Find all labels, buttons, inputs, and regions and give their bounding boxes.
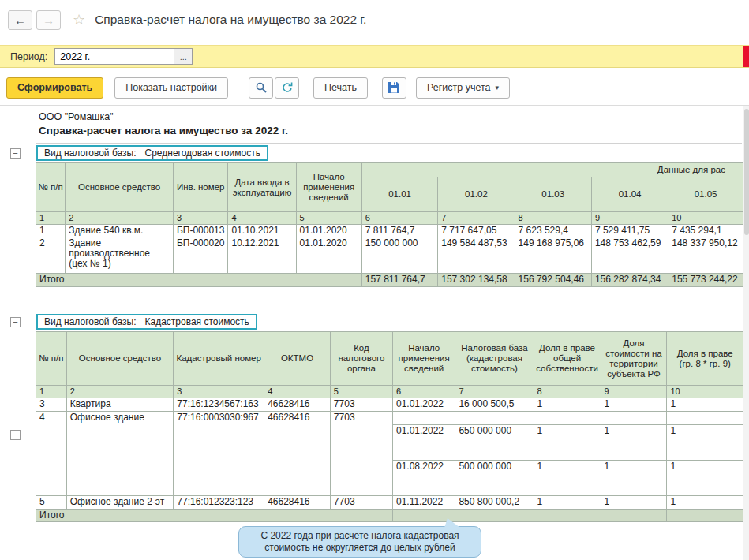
column-header: Доля в праве общей собственности bbox=[534, 332, 601, 386]
forward-arrow-icon: → bbox=[43, 13, 54, 27]
table-cell: Офисное здание bbox=[66, 412, 174, 496]
table-cell: 46628416 bbox=[264, 496, 331, 510]
table-cell: 16 000 500,5 bbox=[455, 398, 534, 412]
table-cell: 2 bbox=[66, 212, 174, 225]
table-cell: 7 811 764,7 bbox=[361, 225, 437, 237]
collapse-row-group-button[interactable]: − bbox=[10, 430, 21, 440]
table-cell: 155 773 244,22 bbox=[668, 274, 743, 287]
period-bar-edge bbox=[743, 46, 749, 67]
favorite-star-icon[interactable]: ☆ bbox=[73, 11, 85, 28]
table-cell: 1 bbox=[534, 425, 601, 461]
search-icon bbox=[255, 81, 268, 94]
column-header: Доля в праве (гр. 8 * гр. 9) bbox=[667, 332, 743, 386]
column-header: № п/п bbox=[36, 163, 66, 212]
table-cell: 1 bbox=[601, 425, 667, 461]
back-arrow-icon: ← bbox=[14, 13, 26, 27]
table-cell bbox=[534, 510, 601, 522]
table-cell: 7 bbox=[438, 212, 515, 225]
column-numbers-row: 1 2 3 4 5 6 7 8 9 10 bbox=[36, 386, 743, 398]
table-cell bbox=[667, 412, 743, 425]
table-cell: 2 bbox=[36, 237, 66, 274]
column-header: Начало применения сведений bbox=[296, 163, 361, 212]
table-cell: 2 bbox=[66, 386, 174, 398]
table-cell: 01.11.2022 bbox=[392, 496, 455, 510]
table-cell: 01.01.2022 bbox=[392, 398, 455, 412]
section-2-base-type[interactable]: Вид налоговой базы: Кадастровая стоимост… bbox=[36, 314, 257, 330]
period-picker-button[interactable]: ... bbox=[174, 48, 193, 65]
table-cell: 9 bbox=[591, 212, 668, 225]
report-title: Справка-расчет налога на имущество за 20… bbox=[39, 125, 288, 136]
column-header: 01.02 bbox=[438, 177, 515, 212]
table-cell: 148 753 462,59 bbox=[591, 237, 668, 274]
period-input-wrap: ... bbox=[54, 48, 193, 65]
refresh-icon bbox=[281, 81, 294, 94]
table-cell: Офисное здание 2-эт bbox=[66, 496, 174, 510]
table-cell: Здание 540 кв.м. bbox=[66, 225, 174, 237]
table-cell: 7 717 647,05 bbox=[438, 225, 515, 237]
total-row: Итого 157 811 764,7 157 302 134,58 156 7… bbox=[36, 274, 743, 287]
collapse-icon: − bbox=[13, 317, 17, 327]
column-header: Инв. номер bbox=[173, 163, 228, 212]
column-header: 01.03 bbox=[515, 177, 591, 212]
table-cell: 156 792 504,46 bbox=[515, 274, 591, 287]
generate-button-label: Сформировать bbox=[17, 82, 92, 93]
table-cell: 7 529 411,75 bbox=[591, 225, 668, 237]
table-cell: 150 000 000 bbox=[361, 237, 437, 274]
vertical-scrollbar[interactable] bbox=[743, 106, 749, 560]
table-cell: 10 bbox=[667, 386, 743, 398]
table-cell: 3 bbox=[36, 398, 67, 412]
table-cell: 01.01.2022 bbox=[392, 425, 455, 461]
table-cell: БП-000020 bbox=[173, 237, 228, 274]
back-button[interactable]: ← bbox=[8, 10, 32, 30]
table-cell: 01.10.2021 bbox=[228, 225, 296, 237]
save-button[interactable] bbox=[382, 77, 406, 99]
table-cell: 7703 bbox=[330, 496, 392, 510]
base-type-value: Среднегодовая стоимость bbox=[145, 147, 260, 159]
table-cell: 156 282 874,34 bbox=[591, 274, 668, 287]
table-cell bbox=[455, 412, 534, 425]
chevron-down-icon: ▾ bbox=[496, 84, 500, 91]
column-header: Дата ввода в эксплуатацию bbox=[228, 163, 296, 212]
collapse-group-1-button[interactable]: − bbox=[10, 148, 21, 159]
table-cell: БП-000013 bbox=[173, 225, 228, 237]
table-cell: 7 623 529,4 bbox=[515, 225, 591, 237]
period-input[interactable] bbox=[54, 48, 174, 65]
table-cell: 01.08.2022 bbox=[392, 461, 455, 496]
table-cell: 7 435 294,1 bbox=[668, 225, 743, 237]
column-header: Код налогового органа bbox=[330, 332, 392, 386]
scrollbar-thumb[interactable] bbox=[744, 109, 749, 235]
register-dropdown-button[interactable]: Регистр учета ▾ bbox=[416, 77, 510, 99]
table-cell: 10 bbox=[668, 212, 743, 225]
column-header: Налоговая база (кадастровая стоимость) bbox=[455, 332, 534, 386]
table-cell: 01.01.2020 bbox=[296, 237, 361, 274]
table-cell: 4 bbox=[228, 212, 296, 225]
collapse-group-2-button[interactable]: − bbox=[10, 317, 21, 327]
table-cell: 1 bbox=[667, 425, 743, 461]
table-cell: 77:16:0003030:967 bbox=[174, 412, 264, 496]
search-button[interactable] bbox=[249, 77, 273, 99]
table-cell: 7703 bbox=[330, 412, 392, 496]
table-cell: 3 bbox=[173, 212, 228, 225]
table-cell: 650 000 000 bbox=[455, 425, 534, 461]
total-row: Итого bbox=[36, 510, 743, 522]
table-cell: 1 bbox=[36, 225, 66, 237]
table-cell bbox=[455, 510, 534, 522]
column-header: ОКТМО bbox=[264, 332, 331, 386]
refresh-button[interactable] bbox=[275, 77, 299, 99]
show-settings-button[interactable]: Показать настройки bbox=[114, 77, 228, 99]
section-1-base-type[interactable]: Вид налоговой базы: Среднегодовая стоимо… bbox=[36, 145, 268, 161]
column-header: 01.04 bbox=[591, 177, 668, 212]
table-cell bbox=[392, 412, 455, 425]
forward-button[interactable]: → bbox=[36, 10, 61, 30]
table-cell: 3 bbox=[174, 386, 264, 398]
table-cell: 1 bbox=[534, 496, 601, 510]
print-button[interactable]: Печать bbox=[313, 77, 368, 99]
table-cell: 1 bbox=[601, 496, 667, 510]
tooltip-text: С 2022 года при расчете налога кадастров… bbox=[260, 530, 459, 553]
generate-button[interactable]: Сформировать bbox=[6, 77, 103, 99]
show-settings-label: Показать настройки bbox=[125, 82, 217, 93]
base-type-label: Вид налоговой базы: bbox=[44, 147, 137, 159]
table-cell bbox=[601, 510, 667, 522]
table-cell: 01.01.2020 bbox=[296, 225, 361, 237]
avg-value-table: № п/п Основное средство Инв. номер Дата … bbox=[36, 162, 743, 287]
